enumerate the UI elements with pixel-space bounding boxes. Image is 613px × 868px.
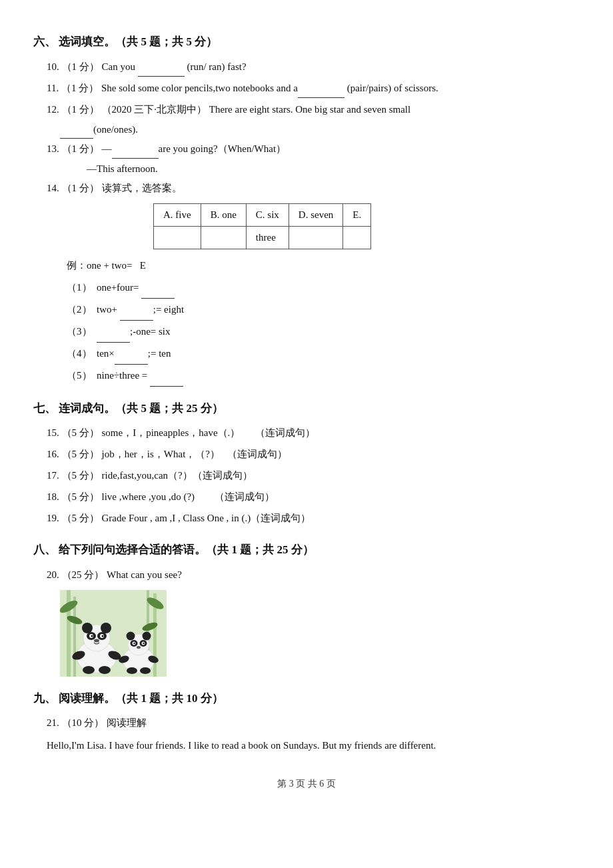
q13-number: 13. <box>47 143 59 154</box>
q13-score: （1 分） <box>62 143 99 154</box>
q17-score: （5 分） <box>62 470 99 481</box>
q20-number: 20. <box>47 569 59 580</box>
svg-point-27 <box>143 631 151 640</box>
svg-point-37 <box>127 667 137 674</box>
q15-score: （5 分） <box>62 427 99 438</box>
q17: 17. （5 分） ride,fast,you,can（?）（连词成句） <box>47 465 580 485</box>
svg-point-22 <box>83 666 95 674</box>
table-cell-d2 <box>289 226 343 249</box>
svg-point-33 <box>143 643 144 644</box>
q10-number: 10. <box>47 61 59 72</box>
q10-blank[interactable] <box>138 76 185 77</box>
q13: 13. （1 分） —are you going?（When/What） <box>47 139 580 159</box>
q15-number: 15. <box>47 427 59 438</box>
q16: 16. （5 分） job，her，is，What，（?） （连词成句） <box>47 444 580 464</box>
page-footer: 第 3 页 共 6 页 <box>33 775 580 792</box>
q21: 21. （10 分） 阅读理解 <box>47 713 580 733</box>
q14-sub1: （1） one+four= <box>47 277 580 299</box>
svg-rect-2 <box>73 597 76 677</box>
q18-score: （5 分） <box>62 491 99 502</box>
svg-point-23 <box>99 666 111 674</box>
q14-sub3: （3） ;-one= six <box>47 321 580 343</box>
q18-number: 18. <box>47 491 59 502</box>
section9-title: 九、 阅读理解。（共 1 题；共 10 分） <box>33 689 580 709</box>
q14-number: 14. <box>47 183 59 193</box>
q17-number: 17. <box>47 470 59 481</box>
q14-table: A. five B. one C. six D. seven E. three <box>153 203 371 249</box>
table-cell-d: D. seven <box>289 203 343 226</box>
q11-number: 11. <box>47 83 59 93</box>
table-cell-a: A. five <box>154 203 201 226</box>
section6-title: 六、 选词填空。（共 5 题；共 5 分） <box>33 32 580 53</box>
q12-continuation: (one/ones). <box>47 121 580 139</box>
table-cell-a2 <box>154 226 201 249</box>
q21-score: （10 分） <box>62 717 105 728</box>
reading-passage: Hello,I'm Lisa. I have four friends. I l… <box>33 735 580 755</box>
q14-blank5[interactable] <box>150 386 183 387</box>
q19: 19. （5 分） Grade Four , am ,I , Class One… <box>47 508 580 528</box>
svg-point-12 <box>101 623 111 633</box>
q16-score: （5 分） <box>62 449 99 459</box>
q11: 11. （1 分） She sold some color pencils,tw… <box>47 78 580 98</box>
q12-number: 12. <box>47 104 59 115</box>
q14-sub5: （5） nine÷three = <box>47 365 580 387</box>
q11-blank[interactable] <box>298 97 344 98</box>
q14-score: （1 分） <box>62 183 99 193</box>
table-cell-c2: three <box>246 226 289 249</box>
q20-score: （25 分） <box>62 569 105 580</box>
table-cell-e: E. <box>343 203 371 226</box>
q18: 18. （5 分） live ,where ,you ,do (?) （连词成句… <box>47 487 580 507</box>
svg-point-26 <box>127 631 135 640</box>
table-cell-c: C. six <box>246 203 289 226</box>
q14-sub2: （2） two+ ;= eight <box>47 299 580 321</box>
svg-point-19 <box>94 639 99 642</box>
q19-score: （5 分） <box>62 513 99 523</box>
q13-blank[interactable] <box>112 158 159 159</box>
q14-sub4: （4） ten×;= ten <box>47 343 580 365</box>
section7-title: 七、 连词成句。（共 5 题；共 25 分） <box>33 399 580 419</box>
q15: 15. （5 分） some，I，pineapples，have（.） （连词成… <box>47 423 580 443</box>
svg-point-32 <box>133 643 135 644</box>
q11-score: （1 分） <box>61 83 99 93</box>
svg-point-38 <box>140 667 151 674</box>
q13-answer: —This afternoon. <box>47 160 580 178</box>
table-cell-e2 <box>343 226 371 249</box>
section8-title: 八、 给下列问句选择合适的答语。（共 1 题；共 25 分） <box>33 540 580 561</box>
svg-point-18 <box>102 635 104 637</box>
table-cell-b2 <box>201 226 246 249</box>
svg-point-34 <box>137 646 141 649</box>
q10: 10. （1 分） Can you (run/ ran) fast? <box>47 57 580 77</box>
q20: 20. （25 分） What can you see? <box>47 565 580 585</box>
q10-score: （1 分） <box>62 61 99 72</box>
q19-number: 19. <box>47 513 59 523</box>
q12-score: （1 分） <box>62 104 99 115</box>
svg-point-11 <box>82 623 93 633</box>
q14: 14. （1 分） 读算式，选答案。 <box>47 178 580 198</box>
q12: 12. （1 分） （2020 三下·北京期中） There are eight… <box>47 99 580 119</box>
q14-example: 例：one + two= E <box>47 255 580 277</box>
q12-note: （2020 三下·北京期中） <box>102 104 207 115</box>
q16-number: 16. <box>47 449 59 459</box>
svg-point-17 <box>91 635 93 637</box>
table-cell-b: B. one <box>201 203 246 226</box>
panda-image <box>60 590 167 677</box>
q21-number: 21. <box>47 717 59 728</box>
